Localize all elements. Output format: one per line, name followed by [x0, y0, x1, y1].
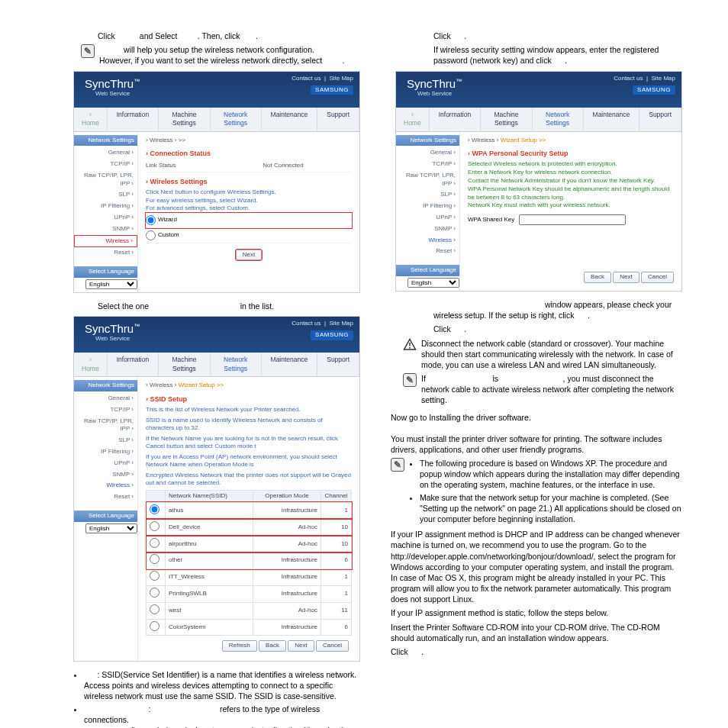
step8-click: Click [98, 31, 115, 40]
syncthru-panel-2: Contact us | Site Map SAMSUNG SyncThru™W… [73, 316, 360, 662]
tab-maintenance[interactable]: Maintenance [262, 108, 318, 131]
sidebar-item-wireless[interactable]: Wireless › [74, 235, 137, 248]
next-button[interactable]: Next [613, 272, 639, 283]
back-button[interactable]: Back [259, 640, 286, 652]
tab-machine-settings[interactable]: Machine Settings [159, 108, 210, 131]
step8-line: Click and Select . Then, click . [98, 31, 360, 41]
table-row[interactable]: otherInfrastructure6 [147, 552, 352, 569]
tab-network-settings[interactable]: Network Settings [211, 108, 262, 131]
svg-point-1 [409, 346, 411, 348]
refresh-button[interactable]: Refresh [222, 640, 257, 652]
ssid-explain: : SSID(Service Set Identifier) is a name… [73, 669, 360, 728]
sidebar-item[interactable]: UPnP › [74, 212, 137, 224]
note-icon: ✎ [81, 44, 95, 58]
install-step2: Click . [391, 646, 682, 657]
section-wireless-settings: › Wireless Settings [146, 177, 352, 186]
table-row[interactable]: airportthruAd-hoc10 [147, 536, 352, 552]
dhcp-para: If your IP assignment method is DHCP and… [391, 529, 682, 604]
sidebar-item[interactable]: SLP › [74, 189, 137, 201]
syncthru-panel-3: Contact us | Site Map SAMSUNG SyncThru™W… [395, 71, 682, 292]
ssid-table: Network Name(SSID) Operation Mode Channe… [146, 490, 352, 636]
radio-custom[interactable]: Custom [146, 228, 352, 243]
step10-line: Click . [433, 31, 682, 41]
sidebar: Network Settings General › TCP/IP › Raw … [74, 132, 138, 293]
step9-line: Select the one in the list. [98, 301, 360, 311]
driver-bullets: The following procedure is based on Wind… [409, 458, 682, 526]
sidebar-item[interactable]: IP Filtering › [74, 201, 137, 212]
table-row[interactable]: PrintingSWLBInfrastructure1 [147, 585, 352, 602]
sidebar-item[interactable]: General › [74, 147, 137, 159]
breadcrumb: › Wireless › >> [146, 137, 352, 145]
syncthru-panel-1: Contact us | Site Map SAMSUNG SyncThru™W… [73, 71, 360, 294]
table-row[interactable]: athusInfrastructure1 [147, 502, 352, 519]
tab-support[interactable]: Support [317, 108, 359, 131]
note3-text: If is , you must disconnect the network … [421, 373, 682, 406]
radio-wizard[interactable]: Wizard [146, 213, 352, 228]
tab-bar: › Home Information Machine Settings Netw… [74, 108, 359, 132]
samsung-badge: SAMSUNG [311, 85, 353, 95]
language-select[interactable]: English [85, 279, 137, 289]
note-icon: ✎ [391, 458, 404, 472]
step8-select: and Select [140, 31, 178, 40]
table-row[interactable]: ITT_WirelessInfrastructure1 [147, 569, 352, 586]
wpa-label: WPA Shared Key [468, 216, 514, 224]
back-button[interactable]: Back [584, 272, 611, 283]
table-row[interactable]: ColorSystermInfrastructure6 [147, 619, 352, 636]
next-button[interactable]: Next [288, 640, 314, 652]
note1-text: will help you setup the wireless network… [99, 44, 360, 66]
note-icon: ✎ [403, 373, 417, 387]
sidebar-item[interactable]: TCP/IP › [74, 159, 137, 170]
cancel-button[interactable]: Cancel [316, 640, 349, 652]
section-connection-status: › Connection Status [146, 149, 352, 158]
goto-driver: Now go to Installing the driver software… [391, 412, 682, 423]
step11-line: window appears, please check your wirele… [433, 299, 682, 321]
warning-text: Disconnect the network cable (standard o… [421, 338, 682, 371]
sidebar-item[interactable]: Raw TCP/IP, LPR, IPP › [74, 170, 137, 190]
next-button[interactable]: Next [236, 250, 262, 261]
table-row[interactable]: westAd-hoc11 [147, 602, 352, 619]
driver-para: You must install the printer driver soft… [391, 433, 682, 455]
step12-line: Click . [433, 324, 682, 334]
tab-home[interactable]: › Home [74, 108, 108, 131]
tab-information[interactable]: Information [108, 108, 159, 131]
table-row[interactable]: Dell_deviceAd-hoc10 [147, 519, 352, 536]
step8-then: . Then, click [198, 31, 240, 40]
sidebar-item[interactable]: Reset › [74, 247, 137, 259]
static-para: If your IP assignment method is static, … [391, 607, 682, 618]
warning-icon [403, 338, 417, 352]
install-step1: Insert the Printer Software CD-ROM into … [391, 622, 682, 643]
cancel-button[interactable]: Cancel [641, 272, 674, 283]
sidebar-item[interactable]: SNMP › [74, 224, 137, 235]
wpa-shared-key-input[interactable] [519, 214, 626, 225]
